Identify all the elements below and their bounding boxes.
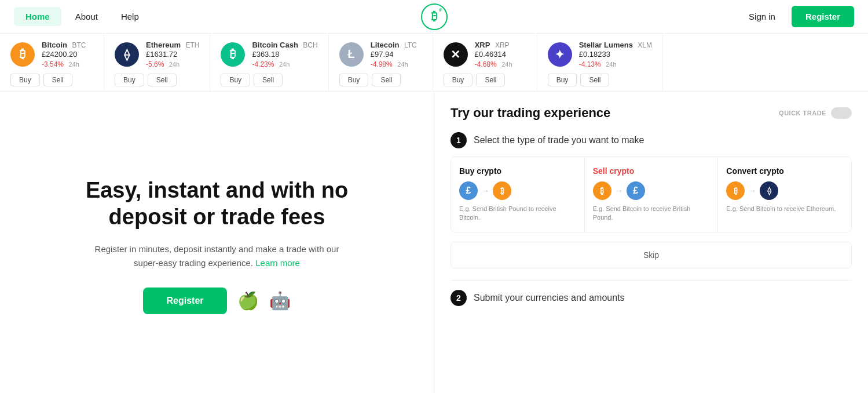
ticker-name-btc: Bitcoin BTC xyxy=(42,39,86,50)
buy-button-xrp[interactable]: Buy xyxy=(444,74,473,86)
ticker-icon-ltc: Ł xyxy=(339,42,364,67)
ticker-price-xrp: £0.46314 xyxy=(475,50,512,59)
ticker-item-xrp: ✕ XRP XRP £0.46314 -4.68% 24h Buy Sell xyxy=(433,34,537,91)
buy-crypto-option[interactable]: Buy crypto £ → ₿ E.g. Send British Pound… xyxy=(451,157,585,232)
trade-header: Try our trading experience QUICK TRADE xyxy=(451,105,852,121)
ticker-icon-xlm: ✦ xyxy=(548,42,572,67)
ticker-name-ltc: Litecoin LTC xyxy=(371,39,417,50)
buy-button-ltc[interactable]: Buy xyxy=(339,74,369,86)
ticker-item-eth: ⟠ Ethereum ETH £1631.72 -5.6% 24h Buy Se… xyxy=(104,34,210,91)
ticker-info-ltc: Litecoin LTC £97.94 -4.98% 24h xyxy=(371,39,417,69)
logo-icon: ₿ xyxy=(421,3,448,30)
ticker-name-xrp: XRP XRP xyxy=(475,39,512,50)
about-link[interactable]: About xyxy=(66,7,107,26)
ticker-price-ltc: £97.94 xyxy=(371,50,417,59)
ethereum-icon-convert: ⟠ xyxy=(760,181,778,200)
sell-button-eth[interactable]: Sell xyxy=(148,74,177,86)
buy-button-xlm[interactable]: Buy xyxy=(548,74,577,86)
sell-button-bch[interactable]: Sell xyxy=(254,74,283,86)
ticker-change-ltc: -4.98% 24h xyxy=(371,59,417,69)
bitcoin-icon-sell: ₿ xyxy=(593,181,611,200)
android-icon[interactable]: 🤖 xyxy=(269,290,291,311)
ticker-price-btc: £24200.20 xyxy=(42,50,86,59)
quick-trade-control: QUICK TRADE xyxy=(779,107,852,119)
sell-crypto-option[interactable]: Sell crypto ₿ → £ E.g. Send Bitcoin to r… xyxy=(585,157,719,232)
ticker-info-btc: Bitcoin BTC £24200.20 -3.54% 24h xyxy=(42,39,86,69)
ticker-info-xrp: XRP XRP £0.46314 -4.68% 24h xyxy=(475,39,512,69)
divider xyxy=(451,280,852,281)
convert-crypto-title: Convert crypto xyxy=(726,166,843,176)
nav-right: Sign in Register xyxy=(739,6,854,27)
buy-button-bch[interactable]: Buy xyxy=(221,74,250,86)
skip-button[interactable]: Skip xyxy=(451,242,852,268)
ticker-buttons-btc: Buy Sell xyxy=(10,74,72,86)
buy-crypto-icons: £ → ₿ xyxy=(459,181,576,200)
register-hero-button[interactable]: Register xyxy=(143,288,226,314)
convert-crypto-option[interactable]: Convert crypto ₿ → ⟠ E.g. Send Bitcoin t… xyxy=(718,157,851,232)
ticker-icon-xrp: ✕ xyxy=(444,42,468,67)
ticker-price-bch: £363.18 xyxy=(252,50,317,59)
ticker-icon-eth: ⟠ xyxy=(115,42,139,67)
step1-label: Select the type of trade you want to mak… xyxy=(474,135,644,145)
buy-crypto-title: Buy crypto xyxy=(459,166,576,176)
step1-header: 1 Select the type of trade you want to m… xyxy=(451,132,852,148)
step2-header: 2 Submit your currencies and amounts xyxy=(451,290,852,306)
ticker-item-ltc: Ł Litecoin LTC £97.94 -4.98% 24h Buy Sel… xyxy=(329,34,433,91)
ticker-bar: ₿ Bitcoin BTC £24200.20 -3.54% 24h Buy S… xyxy=(0,34,868,92)
bitcoin-icon-buy: ₿ xyxy=(493,181,511,200)
ticker-change-xrp: -4.68% 24h xyxy=(475,59,512,69)
arrow-icon-buy: → xyxy=(481,186,489,195)
step2-label: Submit your currencies and amounts xyxy=(474,293,625,303)
left-panel: Easy, instant and with no deposit or tra… xyxy=(0,92,434,393)
right-panel: Try our trading experience QUICK TRADE 1… xyxy=(434,92,868,393)
signin-button[interactable]: Sign in xyxy=(739,7,785,26)
sell-crypto-title: Sell crypto xyxy=(593,166,710,176)
ticker-buttons-xrp: Buy Sell xyxy=(444,74,506,86)
ticker-name-bch: Bitcoin Cash BCH xyxy=(252,39,317,50)
ticker-name-eth: Ethereum ETH xyxy=(146,39,199,50)
register-nav-button[interactable]: Register xyxy=(792,6,854,27)
quick-trade-label: QUICK TRADE xyxy=(779,110,826,117)
ticker-info-xlm: Stellar Lumens XLM £0.18233 -4.13% 24h xyxy=(579,39,652,69)
ticker-info-bch: Bitcoin Cash BCH £363.18 -4.23% 24h xyxy=(252,39,317,69)
navbar: Home About Help ₿ Sign in Register xyxy=(0,0,868,34)
ticker-price-eth: £1631.72 xyxy=(146,50,199,59)
buy-button-eth[interactable]: Buy xyxy=(115,74,144,86)
nav-left: Home About Help xyxy=(14,7,148,26)
ticker-item-xlm: ✦ Stellar Lumens XLM £0.18233 -4.13% 24h… xyxy=(537,34,663,91)
arrow-icon-sell: → xyxy=(615,186,623,195)
help-link[interactable]: Help xyxy=(112,7,148,26)
pound-icon-sell: £ xyxy=(627,181,645,200)
ticker-icon-bch: ₿ xyxy=(221,42,245,67)
trade-title: Try our trading experience xyxy=(451,105,610,121)
step2-number: 2 xyxy=(451,290,467,306)
home-button[interactable]: Home xyxy=(14,7,61,26)
ticker-name-xlm: Stellar Lumens XLM xyxy=(579,39,652,50)
step1-section: 1 Select the type of trade you want to m… xyxy=(451,132,852,268)
ticker-change-eth: -5.6% 24h xyxy=(146,59,199,69)
apple-icon[interactable]: 🍏 xyxy=(237,290,259,311)
bitcoin-icon-convert: ₿ xyxy=(726,181,745,200)
sell-button-ltc[interactable]: Sell xyxy=(372,74,401,86)
sell-crypto-icons: ₿ → £ xyxy=(593,181,710,200)
quick-trade-toggle[interactable] xyxy=(831,107,852,119)
sell-button-xrp[interactable]: Sell xyxy=(476,74,505,86)
hero-actions: Register 🍏 🤖 xyxy=(143,288,290,314)
ticker-change-xlm: -4.13% 24h xyxy=(579,59,652,69)
buy-button-btc[interactable]: Buy xyxy=(10,74,40,86)
sell-button-btc[interactable]: Sell xyxy=(43,74,72,86)
pound-icon-buy: £ xyxy=(459,181,478,200)
ticker-buttons-ltc: Buy Sell xyxy=(339,74,401,86)
sell-crypto-desc: E.g. Send Bitcoin to receive British Pou… xyxy=(593,205,710,223)
sell-button-xlm[interactable]: Sell xyxy=(580,74,609,86)
main-container: Easy, instant and with no deposit or tra… xyxy=(0,92,868,393)
svg-text:₿: ₿ xyxy=(431,10,437,23)
hero-title: Easy, instant and with no deposit or tra… xyxy=(67,177,368,230)
ticker-buttons-bch: Buy Sell xyxy=(221,74,283,86)
ticker-change-btc: -3.54% 24h xyxy=(42,59,86,69)
ticker-buttons-xlm: Buy Sell xyxy=(548,74,610,86)
convert-crypto-desc: E.g. Send Bitcoin to receive Ethereum. xyxy=(726,205,843,213)
ticker-info-eth: Ethereum ETH £1631.72 -5.6% 24h xyxy=(146,39,199,69)
buy-crypto-desc: E.g. Send British Pound to receive Bitco… xyxy=(459,205,576,223)
learn-more-link[interactable]: Learn more xyxy=(255,258,300,268)
